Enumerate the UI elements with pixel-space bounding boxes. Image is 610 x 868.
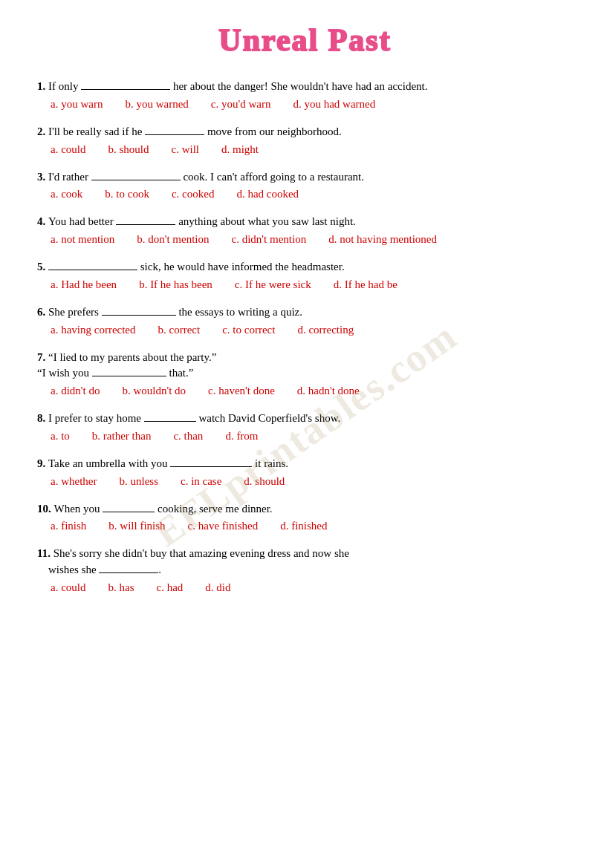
blank-2 [145, 134, 204, 135]
option-4-1: a. not mention [51, 233, 114, 246]
question-text-1: 1. If only her about the danger! She wou… [37, 79, 573, 95]
option-6-2: b. correct [158, 324, 201, 336]
question-num-8: 8. [37, 412, 48, 424]
option-6-4: d. correcting [297, 324, 354, 336]
option-10-4: d. finished [280, 520, 327, 532]
option-10-2: b. will finish [108, 520, 165, 532]
option-9-3: c. in case [181, 475, 221, 488]
option-10-3: c. have finished [188, 520, 259, 532]
blank-3 [91, 180, 181, 180]
question-text-5: 5. sick, he would have informed the head… [37, 259, 573, 275]
blank-9 [170, 466, 252, 467]
option-2-1: a. could [51, 143, 85, 156]
option-3-3: c. cooked [172, 188, 214, 200]
options-1: a. you warnb. you warnedc. you'd warnd. … [51, 98, 573, 111]
question-num-4: 4. [37, 215, 48, 227]
option-2-2: b. should [108, 143, 149, 156]
option-5-3: c. If he were sick [235, 278, 311, 291]
option-7-2: b. wouldn't do [122, 385, 186, 397]
option-3-1: a. cook [51, 188, 82, 200]
option-11-2: b. has [108, 581, 134, 594]
question-text-6: 6. She prefers the essays to writing a q… [37, 304, 573, 321]
blank-10 [103, 512, 155, 512]
question-num-5: 5. [37, 261, 48, 273]
options-10: a. finishb. will finishc. have finishedd… [51, 520, 573, 532]
options-3: a. cookb. to cookc. cookedd. had cooked [51, 188, 573, 200]
question-num-2: 2. [37, 125, 48, 137]
options-7: a. didn't dob. wouldn't doc. haven't don… [51, 385, 573, 397]
question-block-10: 10. When you cooking, serve me dinner.a.… [37, 501, 573, 533]
question-text-7: 7. “I lied to my parents about the party… [37, 350, 573, 382]
page-title: Unreal Past [37, 22, 573, 58]
option-7-4: d. hadn't done [297, 385, 360, 397]
option-3-2: b. to cook [105, 188, 149, 200]
question-text-2: 2. I'll be really sad if he move from ou… [37, 124, 573, 140]
question-num-6: 6. [37, 306, 48, 318]
blank-11 [99, 572, 158, 573]
option-8-2: b. rather than [92, 430, 152, 443]
option-9-1: a. whether [51, 475, 97, 488]
option-4-4: d. not having mentioned [328, 233, 437, 246]
question-block-5: 5. sick, he would have informed the head… [37, 259, 573, 291]
option-11-3: c. had [156, 581, 183, 594]
question-text-8: 8. I prefer to stay home watch David Cop… [37, 411, 573, 427]
question-block-2: 2. I'll be really sad if he move from ou… [37, 124, 573, 156]
option-11-1: a. could [51, 581, 85, 594]
option-6-1: a. having corrected [51, 324, 136, 336]
question-text-9: 9. Take an umbrella with you it rains. [37, 456, 573, 472]
option-4-3: c. didn't mention [232, 233, 307, 246]
questions-container: 1. If only her about the danger! She wou… [37, 79, 573, 594]
option-1-4: d. you had warned [293, 98, 375, 111]
option-7-1: a. didn't do [51, 385, 100, 397]
option-11-4: d. did [205, 581, 230, 594]
options-9: a. whetherb. unlessc. in cased. should [51, 475, 573, 488]
option-9-4: d. should [244, 475, 285, 488]
option-1-2: b. you warned [125, 98, 188, 111]
question-block-7: 7. “I lied to my parents about the party… [37, 350, 573, 398]
option-5-2: b. If he has been [139, 278, 212, 291]
title-text: Unreal Past [218, 23, 391, 57]
question-num-7: 7. [37, 351, 48, 363]
options-8: a. tob. rather thanc. thand. from [51, 430, 573, 443]
option-6-3: c. to correct [222, 324, 275, 336]
options-2: a. couldb. shouldc. willd. might [51, 143, 573, 156]
option-5-1: a. Had he been [51, 278, 117, 291]
option-5-4: d. If he had be [334, 278, 398, 291]
blank-5 [48, 270, 137, 270]
question-text-3: 3. I'd rather cook. I can't afford going… [37, 169, 573, 186]
option-8-3: c. than [173, 430, 203, 443]
question-block-9: 9. Take an umbrella with you it rains.a.… [37, 456, 573, 488]
options-4: a. not mentionb. don't mentionc. didn't … [51, 233, 573, 246]
option-2-4: d. might [221, 143, 259, 156]
option-7-3: c. haven't done [208, 385, 275, 397]
blank-8 [144, 421, 196, 422]
blank-4 [116, 224, 175, 225]
question-block-4: 4. You had better anything about what yo… [37, 214, 573, 246]
option-3-4: d. had cooked [236, 188, 299, 200]
question-num-9: 9. [37, 457, 48, 469]
question-num-11: 11. [37, 547, 53, 559]
option-8-4: d. from [225, 430, 258, 443]
option-10-1: a. finish [51, 520, 86, 532]
question-block-6: 6. She prefers the essays to writing a q… [37, 304, 573, 336]
option-1-1: a. you warn [51, 98, 103, 111]
option-9-2: b. unless [119, 475, 158, 488]
question-text-4: 4. You had better anything about what yo… [37, 214, 573, 230]
question-block-3: 3. I'd rather cook. I can't afford going… [37, 169, 573, 201]
question-num-1: 1. [37, 80, 48, 92]
question-block-8: 8. I prefer to stay home watch David Cop… [37, 411, 573, 443]
question-block-11: 11. She's sorry she didn't buy that amaz… [37, 546, 573, 594]
option-1-3: c. you'd warn [211, 98, 271, 111]
option-8-1: a. to [51, 430, 70, 443]
question-num-3: 3. [37, 171, 48, 183]
question-text-10: 10. When you cooking, serve me dinner. [37, 501, 573, 518]
options-5: a. Had he beenb. If he has beenc. If he … [51, 278, 573, 291]
options-6: a. having correctedb. correctc. to corre… [51, 324, 573, 336]
options-11: a. couldb. hasc. hadd. did [51, 581, 573, 594]
blank-6 [102, 315, 176, 316]
question-block-1: 1. If only her about the danger! She wou… [37, 79, 573, 111]
question-num-10: 10. [37, 503, 54, 515]
blank-7 [92, 376, 166, 376]
option-2-3: c. will [172, 143, 200, 156]
option-4-2: b. don't mention [137, 233, 209, 246]
